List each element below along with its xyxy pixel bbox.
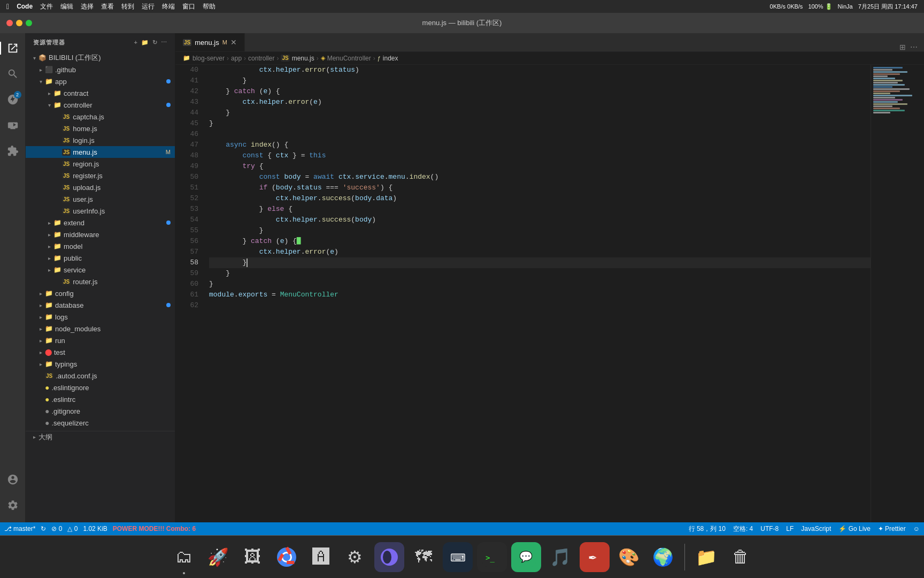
- tree-item-home[interactable]: JS home.js: [26, 123, 175, 134]
- tree-item-router[interactable]: JS router.js: [26, 276, 175, 287]
- tree-item-run[interactable]: ▸ 📁 run: [26, 334, 175, 346]
- tree-item-eslintrc[interactable]: ● .eslintrc: [26, 393, 175, 405]
- menu-edit[interactable]: 编辑: [60, 2, 73, 11]
- errors-count[interactable]: ⊘ 0: [51, 525, 62, 533]
- dock-maps[interactable]: 🗺: [409, 542, 438, 572]
- dock-app8[interactable]: 🌍: [648, 542, 678, 572]
- dock-chrome[interactable]: [272, 542, 302, 572]
- tree-item-test[interactable]: ▸ ⬤ test: [26, 346, 175, 358]
- ln-61: 61: [175, 290, 198, 300]
- tree-item-extend[interactable]: ▸ 📁 extend: [26, 217, 175, 229]
- breadcrumb-menu-js[interactable]: menu.js: [292, 55, 314, 62]
- code-line-56: } catch (e) {█: [209, 236, 871, 247]
- split-editor-icon[interactable]: ⊞: [899, 43, 906, 51]
- menu-goto[interactable]: 转到: [121, 2, 134, 11]
- activity-settings[interactable]: [0, 492, 26, 518]
- tree-root[interactable]: ▾ 📦 BILIBILI (工作区): [26, 52, 175, 64]
- menu-view[interactable]: 查看: [101, 2, 114, 11]
- tree-item-contract[interactable]: ▸ 📁 contract: [26, 87, 175, 99]
- dock-eclipse[interactable]: [374, 542, 404, 572]
- refresh-icon[interactable]: ↻: [152, 39, 158, 46]
- tree-item-logs[interactable]: ▸ 📁 logs: [26, 311, 175, 323]
- tab-close-icon[interactable]: ✕: [230, 38, 237, 47]
- tree-item-register[interactable]: JS register.js: [26, 170, 175, 181]
- tree-item-github[interactable]: ▸ ⬛ .github: [26, 64, 175, 75]
- tree-item-config[interactable]: ▸ 📁 config: [26, 287, 175, 299]
- apple-menu[interactable]: : [6, 2, 9, 11]
- breadcrumb-index[interactable]: index: [383, 55, 398, 62]
- go-live-button[interactable]: ⚡ Go Live: [838, 525, 871, 533]
- tab-menu-js[interactable]: JS menu.js M ✕: [175, 33, 245, 51]
- tree-item-autod[interactable]: JS .autod.conf.js: [26, 370, 175, 382]
- cursor-position[interactable]: 行 58，列 10: [689, 524, 726, 534]
- maximize-button[interactable]: [26, 20, 32, 26]
- warnings-count[interactable]: △ 0: [67, 525, 78, 533]
- collapse-icon[interactable]: ⋯: [161, 39, 167, 46]
- breadcrumb-app[interactable]: app: [231, 55, 242, 62]
- activity-debug[interactable]: [0, 112, 26, 138]
- sync-button[interactable]: ↻: [41, 525, 46, 533]
- dock-finder[interactable]: 🗂: [169, 542, 199, 572]
- tree-item-public[interactable]: ▸ 📁 public: [26, 252, 175, 264]
- dock-systemprefs[interactable]: ⚙: [340, 542, 370, 572]
- activity-account[interactable]: [0, 467, 26, 492]
- menu-select[interactable]: 选择: [81, 2, 94, 11]
- breadcrumb-blog-server[interactable]: blog-server: [192, 55, 225, 62]
- dock-filemgr[interactable]: 📁: [691, 542, 721, 572]
- activity-git[interactable]: 2: [0, 87, 26, 112]
- activity-explorer[interactable]: [0, 35, 26, 61]
- close-button[interactable]: [6, 20, 13, 26]
- tree-item-userinfo[interactable]: JS userInfo.js: [26, 205, 175, 217]
- app-name[interactable]: Code: [17, 3, 33, 10]
- menu-window[interactable]: 窗口: [182, 2, 195, 11]
- tree-item-menu[interactable]: JS menu.js M: [26, 146, 175, 158]
- dock-app6[interactable]: ✒: [580, 542, 610, 572]
- tree-item-service[interactable]: ▸ 📁 service: [26, 264, 175, 276]
- tree-item-model[interactable]: ▸ 📁 model: [26, 240, 175, 252]
- menu-help[interactable]: 帮助: [203, 2, 215, 11]
- dock-launchpad[interactable]: 🚀: [203, 542, 233, 572]
- menu-terminal[interactable]: 终端: [162, 2, 175, 11]
- dock-xcode[interactable]: ⌨: [443, 542, 473, 572]
- tree-item-region[interactable]: JS region.js: [26, 158, 175, 170]
- dock-wechat[interactable]: 💬: [511, 542, 541, 572]
- tree-item-node-modules[interactable]: ▸ 📁 node_modules: [26, 323, 175, 334]
- tree-item-captcha[interactable]: JS captcha.js: [26, 111, 175, 123]
- tree-item-user[interactable]: JS user.js: [26, 193, 175, 205]
- line-ending[interactable]: LF: [786, 525, 794, 533]
- indentation[interactable]: 空格: 4: [733, 524, 753, 534]
- outline-section[interactable]: ▸ 大纲: [26, 431, 175, 443]
- new-folder-icon[interactable]: 📁: [141, 39, 149, 46]
- tree-item-middleware[interactable]: ▸ 📁 middleware: [26, 229, 175, 240]
- feedback-button[interactable]: ☺: [913, 525, 920, 533]
- language-mode[interactable]: JavaScript: [801, 525, 831, 533]
- prettier-button[interactable]: ✦ Prettier: [878, 525, 906, 533]
- minimize-button[interactable]: [16, 20, 22, 26]
- menu-file[interactable]: 文件: [40, 2, 53, 11]
- tree-item-eslintignore[interactable]: ● .eslintignore: [26, 382, 175, 393]
- code-editor[interactable]: ctx.helper.error(status) } } catch (e) {…: [205, 65, 871, 522]
- tree-item-typings[interactable]: ▸ 📁 typings: [26, 358, 175, 370]
- git-branch[interactable]: ⎇ master*: [4, 525, 35, 533]
- dock-photos[interactable]: 🖼: [237, 542, 267, 572]
- breadcrumb-controller[interactable]: controller: [248, 55, 274, 62]
- menu-run[interactable]: 运行: [142, 2, 155, 11]
- tree-item-database[interactable]: ▸ 📁 database: [26, 299, 175, 311]
- tree-item-gitignore[interactable]: ● .gitignore: [26, 405, 175, 417]
- dock-scrobble[interactable]: 🎵: [545, 542, 575, 572]
- breadcrumb-menu-controller[interactable]: MenuController: [327, 55, 371, 62]
- tree-item-app[interactable]: ▾ 📁 app: [26, 75, 175, 87]
- dock-terminal[interactable]: >_: [477, 542, 507, 572]
- activity-search[interactable]: [0, 61, 26, 87]
- new-file-icon[interactable]: +: [134, 39, 138, 46]
- tree-item-sequelizerc[interactable]: ● .sequelizerc: [26, 417, 175, 429]
- dock-trash[interactable]: 🗑: [726, 542, 756, 572]
- tree-item-upload[interactable]: JS upload.js: [26, 181, 175, 193]
- encoding[interactable]: UTF-8: [760, 525, 779, 533]
- dock-appstore[interactable]: 🅰: [306, 542, 336, 572]
- dock-app7[interactable]: 🎨: [614, 542, 644, 572]
- activity-extensions[interactable]: [0, 138, 26, 164]
- tree-item-login[interactable]: JS login.js: [26, 134, 175, 146]
- more-actions-icon[interactable]: ⋯: [910, 43, 918, 51]
- tree-item-controller[interactable]: ▾ 📁 controller: [26, 99, 175, 111]
